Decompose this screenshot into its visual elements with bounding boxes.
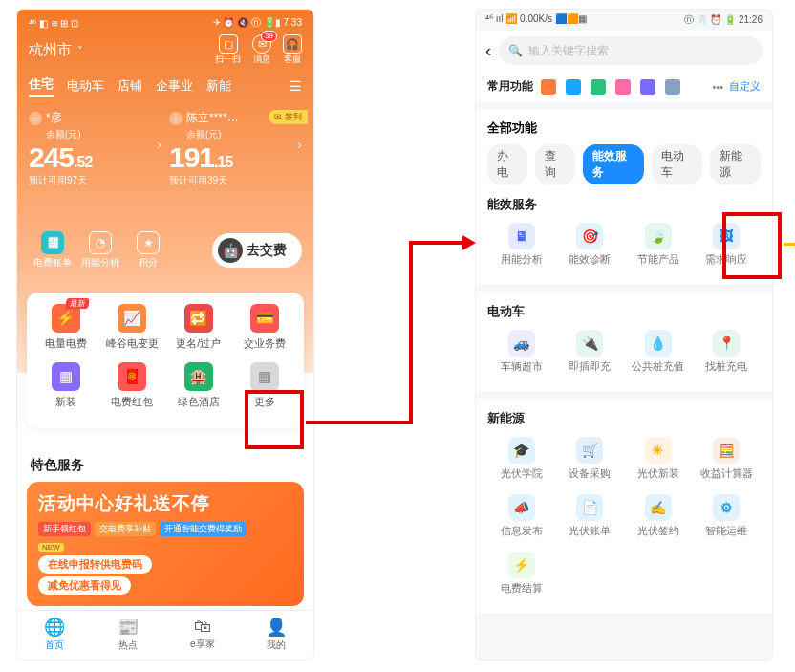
func-电费结算[interactable]: ⚡电费结算 (487, 552, 556, 596)
tab-enterprise[interactable]: 企事业 (156, 77, 193, 95)
fav-icon[interactable] (566, 79, 581, 95)
service-电费红包[interactable]: 🧧电费红包 (99, 362, 166, 409)
section-电动车: 电动车🚙车辆超市🔌即插即充💧公共桩充值📍找桩充电 (476, 284, 772, 391)
func-label: 车辆超市 (487, 360, 556, 374)
func-设备采购[interactable]: 🛒设备采购 (556, 437, 625, 481)
tab-query[interactable]: 查询 (535, 144, 575, 184)
favorites-label: 常用功能 (487, 78, 533, 95)
promo-line2: 减免优惠看得见 (38, 576, 131, 595)
func-label: 光伏新装 (624, 467, 693, 481)
accounts-row: ⌂*彦 余额(元) › 245.52 预计可用97天 ✉ 签到 ⌂陈立****…… (29, 110, 302, 187)
account-card-2[interactable]: ✉ 签到 ⌂陈立****… 余额(元) › 191.15 预计可用39天 (169, 110, 302, 187)
tab-newenergy[interactable]: 新能 (206, 77, 231, 95)
service-交业务费[interactable]: 💳交业务费 (232, 304, 299, 351)
func-找桩充电[interactable]: 📍找桩充电 (693, 330, 762, 374)
section-title: 电动车 (487, 303, 761, 320)
acct2-amount: 191.15 (169, 141, 302, 174)
chevron-right-icon: › (157, 137, 161, 152)
service-label: 更名/过户 (165, 336, 232, 351)
func-公共桩充值[interactable]: 💧公共桩充值 (624, 330, 693, 374)
messages-badge: 39 (261, 31, 277, 42)
bill-button[interactable]: 🧾电费账单 (29, 231, 76, 270)
quick-actions: 🧾电费账单 ◔用能分析 ★积分 🤖 去交费 (29, 231, 302, 270)
headset-icon: 🎧 (283, 34, 302, 54)
service-新装[interactable]: ▦新装 (32, 362, 99, 409)
func-用能分析[interactable]: 🖥用能分析 (487, 223, 556, 267)
tab-ev[interactable]: 电动车 (67, 77, 104, 95)
fav-icon[interactable] (640, 79, 655, 95)
func-label: 即插即充 (556, 360, 625, 374)
nav-me[interactable]: 👤我的 (240, 611, 314, 660)
menu-icon[interactable]: ☰ (290, 78, 302, 94)
service-label: 电量电费 (32, 336, 99, 351)
bottom-nav: 🌐首页 📰热点 🛍e享家 👤我的 (17, 610, 313, 660)
fav-icon[interactable] (591, 79, 606, 95)
func-即插即充[interactable]: 🔌即插即充 (556, 330, 625, 374)
acct2-name: 陈立****… (186, 110, 239, 126)
service-绿色酒店[interactable]: 🏨绿色酒店 (165, 362, 232, 409)
fav-icon[interactable] (665, 79, 680, 95)
person-icon: 👤 (240, 617, 314, 638)
account-card-1[interactable]: ⌂*彦 余额(元) › 245.52 预计可用97天 (29, 110, 161, 187)
func-需求响应[interactable]: 🖼需求响应 (693, 223, 762, 267)
func-icon: 📍 (713, 330, 740, 357)
func-icon: 💧 (645, 330, 672, 357)
func-信息发布[interactable]: 📣信息发布 (487, 494, 556, 538)
city-selector[interactable]: 杭州市 ˅ (29, 41, 83, 59)
nav-ehome[interactable]: 🛍e享家 (165, 611, 240, 660)
nav-home[interactable]: 🌐首页 (17, 611, 92, 660)
func-光伏新装[interactable]: ☀光伏新装 (624, 437, 693, 481)
acct1-balance-label: 余额(元) (46, 128, 161, 141)
globe-icon: 🌐 (17, 617, 92, 638)
messages-button[interactable]: ✉ 39 消息 (252, 34, 271, 66)
fav-icon[interactable] (541, 79, 556, 95)
func-智能运维[interactable]: ⚙智能运维 (693, 494, 762, 538)
support-button[interactable]: 🎧 客服 (283, 34, 302, 66)
tab-newenergy[interactable]: 新能源 (710, 144, 761, 184)
service-更名/过户[interactable]: 🔁更名/过户 (165, 304, 232, 351)
chart-icon: ◔ (89, 231, 112, 254)
new-badge: NEW (38, 543, 64, 552)
function-category-tabs: 办电 查询 能效服务 电动车 新能源 (487, 144, 761, 184)
service-label: 峰谷电变更 (99, 336, 166, 351)
section-title: 能效服务 (487, 196, 761, 213)
func-label: 收益计算器 (693, 467, 762, 481)
fav-icon[interactable] (615, 79, 631, 95)
search-input[interactable]: 🔍 输入关键字搜索 (499, 36, 763, 65)
scan-button[interactable]: ▢ 扫一扫 (215, 34, 241, 66)
tab-efficiency[interactable]: 能效服务 (583, 144, 644, 184)
service-更多[interactable]: ▦更多 (232, 362, 299, 409)
func-能效诊断[interactable]: 🎯能效诊断 (556, 223, 625, 267)
service-label: 电费红包 (99, 395, 166, 409)
section-title: 新能源 (487, 410, 761, 427)
func-节能产品[interactable]: 🍃节能产品 (624, 223, 693, 267)
favorites-row: 常用功能 ••• 自定义 (476, 71, 772, 102)
func-label: 光伏学院 (487, 467, 556, 481)
pay-button[interactable]: 🤖 去交费 (212, 233, 302, 268)
usage-button[interactable]: ◔用能分析 (76, 231, 124, 270)
back-button[interactable]: ‹ (485, 41, 491, 61)
tab-home[interactable]: 住宅 (29, 76, 54, 97)
promo-line1: 在线申报转供电费码 (38, 555, 152, 574)
services-grid: 最新⚡电量电费📈峰谷电变更🔁更名/过户💳交业务费▦新装🧧电费红包🏨绿色酒店▦更多 (27, 293, 304, 428)
func-光伏签约[interactable]: ✍光伏签约 (624, 494, 693, 538)
more-icon[interactable]: ••• (712, 81, 723, 93)
tab-apply[interactable]: 办电 (487, 144, 527, 184)
all-functions-screen: ⁴⁶ ııl 📶 0.00K/s 🟦🟧▦ ⓝ 🦷 ⏰ 🔋 21:26 ‹ 🔍 输… (476, 10, 772, 660)
func-光伏账单[interactable]: 📄光伏账单 (556, 494, 625, 538)
tab-ev[interactable]: 电动车 (652, 144, 702, 184)
customize-link[interactable]: 自定义 (729, 79, 761, 94)
func-label: 信息发布 (487, 525, 556, 538)
func-车辆超市[interactable]: 🚙车辆超市 (487, 330, 556, 374)
func-收益计算器[interactable]: 🧮收益计算器 (693, 437, 762, 481)
func-label: 设备采购 (556, 467, 625, 481)
func-光伏学院[interactable]: 🎓光伏学院 (487, 437, 556, 481)
promo-banner[interactable]: 活动中心好礼送不停 新手领红包 交电费享补贴 开通智能交费得奖励 NEW 在线申… (27, 482, 304, 606)
signin-badge[interactable]: ✉ 签到 (269, 110, 308, 124)
func-label: 电费结算 (487, 582, 556, 596)
tab-shop[interactable]: 店铺 (118, 77, 142, 95)
points-button[interactable]: ★积分 (124, 231, 172, 270)
service-电量电费[interactable]: 最新⚡电量电费 (32, 304, 99, 351)
service-峰谷电变更[interactable]: 📈峰谷电变更 (99, 304, 166, 351)
nav-hot[interactable]: 📰热点 (92, 611, 166, 660)
